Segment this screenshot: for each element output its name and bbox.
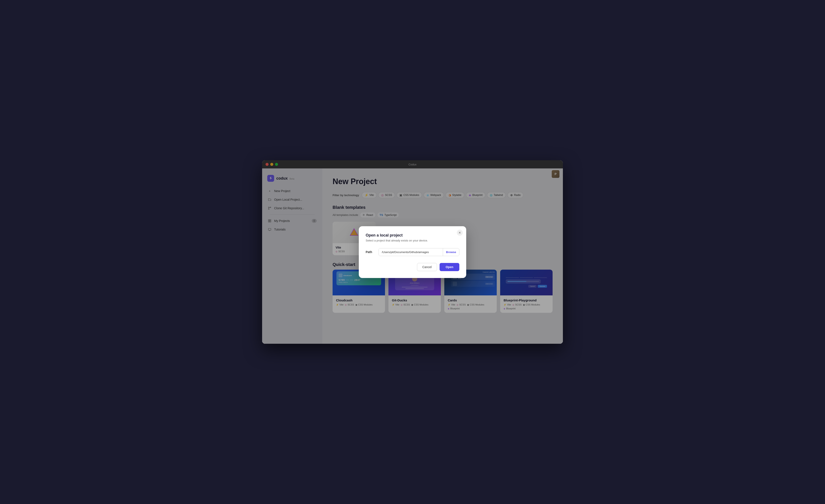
open-button[interactable]: Open bbox=[440, 263, 459, 271]
cancel-button[interactable]: Cancel bbox=[417, 263, 437, 271]
modal-overlay[interactable]: ✕ Open a local project Select a project … bbox=[262, 160, 563, 344]
open-local-project-modal: ✕ Open a local project Select a project … bbox=[359, 226, 466, 278]
modal-subtitle: Select a project that already exists on … bbox=[366, 239, 459, 242]
path-label: Path bbox=[366, 250, 374, 254]
mac-window: Codux codux Beta + New Project bbox=[262, 160, 563, 344]
modal-path-field: Path Browse bbox=[366, 248, 459, 256]
browse-button[interactable]: Browse bbox=[443, 248, 459, 256]
modal-title: Open a local project bbox=[366, 233, 459, 238]
modal-actions: Cancel Open bbox=[366, 263, 459, 271]
modal-close-button[interactable]: ✕ bbox=[457, 230, 463, 236]
path-input[interactable] bbox=[379, 248, 443, 256]
path-input-wrap: Browse bbox=[379, 248, 459, 256]
